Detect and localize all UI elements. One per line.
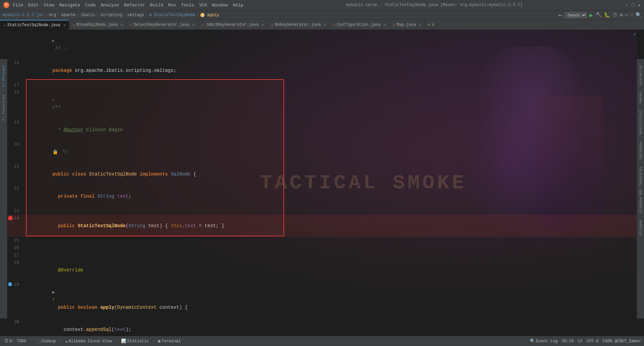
debug-button[interactable]: 🐛	[604, 12, 610, 18]
menu-tools[interactable]: Tools	[181, 3, 194, 8]
profile-button[interactable]: ⏱	[612, 12, 617, 18]
code-line-30: 30 context.appendSql(text);	[7, 318, 637, 336]
run-button[interactable]: ▶	[589, 11, 593, 19]
tab-close-nokey[interactable]: ✕	[324, 22, 326, 27]
tab-close-config[interactable]: ✕	[383, 22, 386, 27]
bc-ibatis[interactable]: ibatis	[81, 13, 95, 17]
menu-vcs[interactable]: VCS	[199, 3, 207, 8]
tab-jdbc3key[interactable]: ☕ Jdbc3KeyGenerator.java ✕	[198, 20, 268, 30]
code-line-25: 25	[7, 237, 637, 244]
tab-close-selectkey[interactable]: ✕	[193, 22, 195, 27]
menu-refactor[interactable]: Refactor	[124, 3, 145, 8]
code-line-18: 18 ▾ /**	[7, 89, 637, 119]
sidebar-database[interactable]: Database	[638, 139, 644, 162]
toolbar-icon-back[interactable]: ⟵	[559, 12, 562, 18]
tab-close-jdbc3key[interactable]: ✕	[262, 22, 264, 27]
divider-4: |	[152, 339, 155, 344]
terminal-icon: ▣	[158, 339, 160, 344]
tab-close-all[interactable]: ✕ ≡	[425, 20, 437, 30]
bc-class[interactable]: ⚙ StaticTextSqlNode	[149, 12, 195, 17]
tab-close-mixedsql[interactable]: ✕	[121, 22, 123, 27]
code-line-24: 24 public StaticTextSqlNode(String text)…	[7, 215, 637, 237]
toolbar-icon-4[interactable]: □	[631, 13, 633, 17]
tab-close-statictext[interactable]: ✕	[63, 23, 66, 27]
sidebar-resttool[interactable]: RestfulTool	[638, 107, 644, 137]
sidebar-item-project[interactable]: 1: Project	[1, 62, 7, 90]
sidebar-hierarchy[interactable]: Hierarchy	[638, 62, 644, 88]
tab-mixedsql[interactable]: ☕ MixedSqlNode.java ✕	[69, 20, 127, 30]
settings-icon[interactable]: ⚙	[620, 12, 623, 18]
tab-selectkey[interactable]: ☕ SelectKeyGenerator.java ✕	[126, 20, 198, 30]
code-line-17: 17	[7, 82, 637, 89]
terminal-label: Terminal	[161, 339, 181, 344]
app-logo: P	[3, 2, 9, 8]
codeup-label: Codeup	[42, 339, 56, 344]
codeup-icon: ⬛	[36, 339, 41, 344]
menu-edit[interactable]: Edit	[28, 3, 39, 8]
breadcrumb-bar: mybatis-3.5.7.jar › org › apache › ibati…	[0, 10, 644, 19]
java-icon-2: ☕	[73, 22, 75, 27]
event-log-btn[interactable]: 🔍 Event Log	[530, 339, 558, 344]
java-icon: ☕	[3, 23, 6, 27]
tab-close-map[interactable]: ✕	[419, 22, 421, 27]
toolbar-icon-3[interactable]: ⟷	[626, 12, 628, 17]
menu-file[interactable]: File	[13, 3, 23, 8]
encoding-indicator[interactable]: UTF-8	[587, 339, 599, 344]
search-icon: 🔍	[530, 339, 535, 344]
menu-analyze[interactable]: Analyze	[101, 3, 119, 8]
menu-help[interactable]: Help	[233, 3, 243, 8]
menu-build[interactable]: Build	[150, 3, 163, 8]
tab-statictext[interactable]: ☕ StaticTextSqlNode.java ✕	[0, 20, 69, 30]
tab-config[interactable]: ☕ Configuration.java ✕	[330, 20, 389, 30]
menu-run[interactable]: Run	[168, 3, 176, 8]
main-area: 1: Project 2: Favorites TACTICAL SMOKE ▶…	[0, 30, 644, 336]
menu-window[interactable]: Window	[212, 3, 228, 8]
codeup-btn[interactable]: ⬛ Codeup	[34, 338, 58, 344]
java-icon-7: ☕	[393, 22, 395, 27]
java-icon-3: ☕	[130, 22, 132, 27]
tab-map[interactable]: ☕ Map.java ✕	[389, 20, 425, 30]
tab-nokey[interactable]: ☕ NoKeyGenerator.java ✕	[268, 20, 330, 30]
run-config-select[interactable]: Demo3	[565, 12, 587, 18]
bc-org[interactable]: org	[49, 13, 56, 17]
menu-navigate[interactable]: Navigate	[59, 3, 80, 8]
code-line-29: 29 ▶ ! public boolean apply(DynamicConte…	[7, 281, 637, 318]
todo-btn[interactable]: ☰ 6: TODO	[3, 338, 28, 344]
close-button[interactable]: ✕	[638, 2, 641, 8]
java-icon-4: ☕	[202, 22, 204, 27]
sidebar-item-favorites[interactable]: 2: Favorites	[1, 92, 7, 123]
menu-code[interactable]: Code	[85, 3, 96, 8]
bc-apache[interactable]: apache	[61, 13, 75, 17]
alibaba-cloud-btn[interactable]: ☁ Alibaba Cloud View	[63, 338, 114, 344]
minimize-button[interactable]: –	[626, 2, 628, 8]
java-icon-6: ☕	[333, 22, 335, 27]
code-line-fold: ▶ //...	[7, 30, 637, 59]
sidebar-ros-templates[interactable]: Alibaba ROS Templates	[638, 164, 644, 216]
code-line-23: 23	[7, 207, 637, 215]
bc-method[interactable]: ⬤ apply	[200, 12, 219, 17]
bc-jar[interactable]: mybatis-3.5.7.jar	[3, 13, 44, 17]
divider-1: |	[30, 339, 32, 344]
bc-scripting[interactable]: scripting	[100, 13, 122, 17]
tab-bar: ☕ StaticTextSqlNode.java ✕ ☕ MixedSqlNod…	[0, 19, 644, 30]
toolbar-search[interactable]: 🔍	[636, 12, 641, 18]
statistic-btn[interactable]: 📊 Statistic	[119, 338, 151, 344]
sidebar-maven[interactable]: Maven	[638, 89, 644, 106]
code-line-19: 19 * @author Clinton Begin	[7, 119, 637, 141]
code-line-16: 16 package org.apache.ibatis.scripting.x…	[7, 59, 637, 82]
toolbar-right: ⟵ Demo3 ▶ 🔨 🐛 ⏱ ⚙ ⟷ □ 🔍	[559, 11, 641, 19]
menu-view[interactable]: View	[44, 3, 54, 8]
build-button[interactable]: 🔨	[596, 12, 601, 18]
terminal-btn[interactable]: ▣ Terminal	[156, 338, 183, 344]
tab-label-config: Configuration.java	[337, 22, 381, 27]
editor-area: TACTICAL SMOKE ▶ //... 16 package org.ap…	[7, 30, 637, 336]
divider-2: |	[59, 339, 62, 344]
tab-label-mixedsql: MixedSqlNode.java	[76, 22, 117, 27]
tab-label-nokey: NoKeyGenerator.java	[275, 22, 321, 27]
menu-bar[interactable]: File Edit View Navigate Code Analyze Ref…	[13, 3, 243, 8]
sidebar-alibaba[interactable]: Alibaba	[638, 217, 644, 238]
line-ending-indicator[interactable]: LF	[578, 339, 582, 344]
window-controls[interactable]: – □ ✕	[626, 2, 641, 8]
bc-xmltags[interactable]: xmltags	[127, 13, 144, 17]
maximize-button[interactable]: □	[632, 2, 634, 8]
